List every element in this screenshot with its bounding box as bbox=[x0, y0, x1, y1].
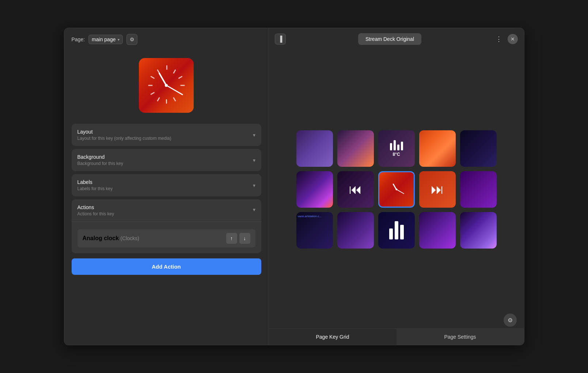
weather-bar-4 bbox=[401, 142, 403, 150]
key-cell-0-4[interactable] bbox=[460, 130, 497, 167]
next-track-icon: ⏭ bbox=[431, 182, 444, 197]
actions-section-header[interactable]: Actions Actions for this key ▴ bbox=[72, 199, 261, 222]
bar-2 bbox=[395, 221, 398, 239]
layout-section: Layout Layout for this key (only affecti… bbox=[72, 124, 261, 146]
actions-subtitle: Actions for this key bbox=[77, 211, 114, 216]
bar-chart bbox=[389, 221, 404, 239]
clock-center bbox=[165, 84, 168, 87]
key-cell-2-0[interactable]: vaon.artstation.c... bbox=[296, 212, 333, 249]
right-header: ▐ Stream Deck Original ⋮ ✕ bbox=[269, 28, 524, 50]
background-title: Background bbox=[77, 154, 123, 160]
labels-title-group: Labels Labels for this key bbox=[77, 179, 113, 191]
left-header: Page: main page ▾ ⚙ bbox=[64, 28, 269, 51]
clock-face bbox=[144, 64, 188, 107]
layout-title: Layout bbox=[77, 129, 171, 135]
sidebar-toggle-button[interactable]: ▐ bbox=[275, 34, 286, 45]
device-title: Stream Deck Original bbox=[358, 33, 421, 45]
key-cell-1-1[interactable]: ⏮ bbox=[337, 171, 374, 208]
weather-bar-1 bbox=[390, 143, 392, 150]
labels-section-header[interactable]: Labels Labels for this key ▾ bbox=[72, 174, 261, 196]
page-dropdown-chevron-icon: ▾ bbox=[118, 38, 120, 42]
background-title-group: Background Background for this key bbox=[77, 154, 123, 166]
page-name-text: main page bbox=[92, 36, 115, 42]
app-window: Page: main page ▾ ⚙ bbox=[64, 28, 524, 345]
small-clock-minute-hand bbox=[396, 189, 404, 194]
action-category: (Clocks) bbox=[121, 235, 139, 241]
background-section: Background Background for this key ▾ bbox=[72, 149, 261, 171]
key-cell-1-0[interactable] bbox=[296, 171, 333, 208]
bar-1 bbox=[389, 228, 393, 239]
key-cell-2-2[interactable] bbox=[378, 212, 415, 249]
page-label: Page: bbox=[72, 36, 85, 42]
key-cell-1-4[interactable] bbox=[460, 171, 497, 208]
close-button[interactable]: ✕ bbox=[508, 34, 518, 44]
artstation-label: vaon.artstation.c... bbox=[296, 213, 323, 219]
actions-body: Analog clock (Clocks) ↑ ↓ bbox=[72, 222, 261, 253]
action-move-up-button[interactable]: ↑ bbox=[226, 233, 237, 244]
tab-page-key-grid[interactable]: Page Key Grid bbox=[269, 329, 397, 345]
background-subtitle: Background for this key bbox=[77, 161, 123, 166]
actions-title-group: Actions Actions for this key bbox=[77, 204, 114, 216]
right-footer: Page Key Grid Page Settings bbox=[269, 328, 524, 345]
key-cell-0-2[interactable]: 8°C bbox=[378, 130, 415, 167]
actions-chevron-icon: ▴ bbox=[253, 208, 255, 214]
weather-bar-2 bbox=[394, 140, 396, 150]
left-panel: Page: main page ▾ ⚙ bbox=[64, 28, 269, 345]
header-actions: ⋮ ✕ bbox=[494, 34, 518, 44]
page-dropdown[interactable]: main page ▾ bbox=[88, 35, 123, 44]
key-cell-0-3[interactable] bbox=[419, 130, 456, 167]
background-section-header[interactable]: Background Background for this key ▾ bbox=[72, 149, 261, 171]
key-grid: 8°C ⏮ ⏭ bbox=[296, 130, 497, 249]
actions-section: Actions Actions for this key ▴ Analog cl… bbox=[72, 199, 261, 253]
page-settings-gear-button[interactable]: ⚙ bbox=[126, 34, 137, 45]
layout-subtitle: Layout for this key (only affecting cust… bbox=[77, 136, 171, 141]
labels-title: Labels bbox=[77, 179, 113, 185]
layout-title-group: Layout Layout for this key (only affecti… bbox=[77, 129, 171, 141]
right-footer-container: ⚙ Page Key Grid Page Settings bbox=[269, 328, 524, 345]
key-cell-0-0[interactable] bbox=[296, 130, 333, 167]
key-clock-preview bbox=[139, 58, 194, 113]
key-cell-0-1[interactable] bbox=[337, 130, 374, 167]
actions-title: Actions bbox=[77, 204, 114, 210]
action-controls: ↑ ↓ bbox=[226, 233, 250, 244]
gear-icon: ⚙ bbox=[130, 36, 134, 42]
clock-minute-hand bbox=[166, 85, 183, 96]
weather-temp: 8°C bbox=[392, 152, 400, 157]
small-clock-center bbox=[395, 188, 397, 190]
key-grid-area: 8°C ⏮ ⏭ bbox=[269, 50, 524, 328]
labels-section: Labels Labels for this key ▾ bbox=[72, 174, 261, 196]
labels-chevron-icon: ▾ bbox=[253, 182, 255, 188]
small-clock-face bbox=[386, 178, 407, 200]
key-cell-2-4[interactable] bbox=[460, 212, 497, 249]
grid-settings-gear-icon: ⚙ bbox=[508, 317, 513, 324]
action-name-bold: Analog clock bbox=[83, 235, 119, 241]
sidebar-icon: ▐ bbox=[278, 36, 282, 42]
layout-section-header[interactable]: Layout Layout for this key (only affecti… bbox=[72, 124, 261, 146]
labels-subtitle: Labels for this key bbox=[77, 186, 113, 191]
bar-3 bbox=[400, 225, 404, 239]
tab-page-settings[interactable]: Page Settings bbox=[397, 329, 524, 345]
weather-bars bbox=[390, 140, 403, 150]
key-cell-2-1[interactable] bbox=[337, 212, 374, 249]
prev-track-icon: ⏮ bbox=[349, 182, 362, 197]
weather-bar-3 bbox=[397, 145, 399, 150]
layout-chevron-icon: ▾ bbox=[253, 132, 255, 138]
right-panel: ▐ Stream Deck Original ⋮ ✕ bbox=[269, 28, 524, 345]
action-name: Analog clock (Clocks) bbox=[83, 235, 139, 242]
more-options-button[interactable]: ⋮ bbox=[494, 34, 504, 44]
key-cell-1-3[interactable]: ⏭ bbox=[419, 171, 456, 208]
key-preview-area bbox=[64, 51, 269, 124]
action-item-analog-clock[interactable]: Analog clock (Clocks) ↑ ↓ bbox=[77, 229, 255, 247]
key-cell-2-3[interactable] bbox=[419, 212, 456, 249]
settings-sections: Layout Layout for this key (only affecti… bbox=[64, 124, 269, 253]
add-action-button[interactable]: Add Action bbox=[72, 258, 261, 275]
key-cell-1-2-selected[interactable] bbox=[378, 171, 415, 208]
grid-settings-button[interactable]: ⚙ bbox=[504, 314, 517, 327]
action-move-down-button[interactable]: ↓ bbox=[239, 233, 250, 244]
background-chevron-icon: ▾ bbox=[253, 157, 255, 163]
